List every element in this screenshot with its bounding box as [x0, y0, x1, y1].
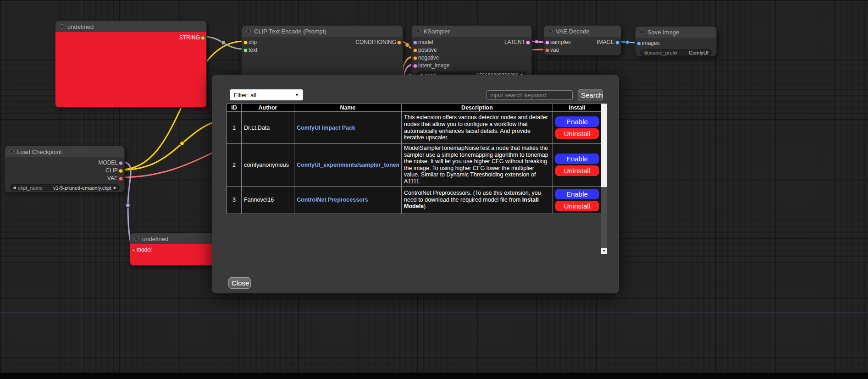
input-dot-images[interactable] [637, 41, 641, 45]
slot-row: VAE [5, 175, 124, 182]
slot-row: model LATENT [412, 38, 531, 46]
col-header-author: Author [242, 104, 294, 112]
missing-node-body: STRING [55, 32, 206, 107]
output-dot-image[interactable] [615, 40, 619, 44]
link-dot [180, 142, 184, 146]
widget-next-icon[interactable]: ▶ [114, 186, 116, 190]
search-button[interactable]: Search [578, 89, 603, 101]
chevron-down-icon: ▼ [295, 93, 299, 97]
uninstall-button[interactable]: Uninstall [555, 165, 599, 176]
col-header-install: Install [553, 104, 602, 112]
slot-row: MODEL [5, 159, 124, 167]
widget-prev-icon[interactable]: ◀ [13, 186, 16, 190]
link-dot [221, 41, 226, 45]
uninstall-button[interactable]: Uninstall [555, 201, 599, 211]
output-slot-string: STRING [55, 34, 206, 42]
extension-link[interactable]: ComfyUI_experiments/sampler_tonemap [297, 162, 399, 168]
link-dot [625, 40, 629, 44]
cell-description: ModelSamplerTonemapNoiseTest a node that… [404, 145, 550, 185]
table-row: 2 comfyanonymous ComfyUI_experiments/sam… [227, 144, 602, 187]
input-dot-model[interactable] [413, 40, 417, 44]
output-dot-latent[interactable] [526, 40, 530, 44]
extensions-table-container: ID Author Name Description Install 1 Dr.… [227, 104, 607, 254]
extensions-table: ID Author Name Description Install 1 Dr.… [227, 104, 602, 214]
node-load-checkpoint[interactable]: Load Checkpoint MODEL CLIP VAE ◀ ckpt_na… [5, 146, 125, 192]
close-button[interactable]: Close [228, 277, 251, 289]
slot-row: latent_image [412, 62, 531, 70]
input-dot-clip[interactable] [243, 40, 248, 44]
node-title: CLIP Text Encode (Prompt) [254, 28, 326, 35]
input-dot-negative[interactable] [413, 56, 417, 60]
table-scrollbar[interactable]: ▼ [601, 104, 607, 254]
node-vae-decode[interactable]: VAE Decode samples IMAGE vae [543, 25, 621, 55]
node-title: Load Checkpoint [17, 148, 62, 155]
slot-row: negative [412, 54, 531, 62]
node-title: VAE Decode [556, 28, 589, 35]
node-status-dot-icon [416, 29, 420, 33]
filter-dropdown-value: Filter: all [234, 92, 256, 99]
search-input[interactable] [487, 90, 573, 100]
cell-author: comfyanonymous [242, 144, 294, 187]
output-dot-conditioning[interactable] [397, 40, 401, 44]
node-status-dot-icon [9, 149, 14, 154]
node-status-dot-icon [640, 30, 644, 34]
table-row: 1 Dr.Lt.Data ComfyUI Impact Pack This ex… [227, 112, 602, 144]
input-dot-text[interactable] [243, 48, 248, 52]
node-status-dot-icon [548, 29, 553, 33]
slot-row: clip CONDITIONING [242, 38, 403, 46]
slot-row: vae [544, 46, 621, 54]
input-dot-positive[interactable] [413, 48, 417, 52]
cell-id: 2 [227, 144, 242, 187]
uninstall-button[interactable]: Uninstall [555, 128, 599, 139]
slot-row: text [242, 46, 403, 54]
filter-dropdown[interactable]: Filter: all ▼ [230, 89, 303, 100]
extension-link[interactable]: ControlNet Preprocessors [297, 197, 399, 203]
slot-row: positive [412, 46, 531, 54]
output-dot-string[interactable] [201, 36, 205, 40]
page-background [0, 373, 868, 379]
node-title: undefined [67, 23, 94, 30]
table-header-row: ID Author Name Description Install [227, 104, 602, 112]
input-dot-samples[interactable] [545, 40, 549, 44]
output-dot-model[interactable] [119, 161, 123, 165]
col-header-name: Name [294, 104, 402, 112]
slot-row: CLIP [5, 167, 124, 175]
cell-author: Dr.Lt.Data [242, 112, 294, 144]
slot-row: samples IMAGE [544, 38, 621, 46]
node-status-dot-icon [246, 29, 251, 33]
cell-description: This extension offers various detector n… [404, 114, 550, 141]
input-dot-model[interactable] [132, 248, 136, 252]
ckpt-name-widget[interactable]: ◀ ckpt_name v1-5-pruned-emaonly.ckpt ▶ [10, 184, 120, 191]
col-header-id: ID [227, 104, 242, 112]
output-dot-vae[interactable] [119, 176, 123, 181]
extension-link[interactable]: ComfyUI Impact Pack [297, 125, 399, 131]
node-undefined-top[interactable]: undefined STRING [55, 21, 207, 108]
node-title: Save Image [647, 29, 679, 36]
table-row: 3 Fannovel16 ControlNet Preprocessors Co… [227, 186, 602, 214]
link-dot [405, 43, 409, 47]
cell-author: Fannovel16 [242, 186, 294, 214]
link-dot [535, 40, 538, 44]
cell-description: ControlNet Preprocessors. (To use this e… [404, 190, 550, 210]
link-dot [126, 203, 130, 208]
col-header-description: Description [402, 104, 553, 112]
node-graph-canvas[interactable]: undefined STRING CLIP Text Encode (Promp… [0, 0, 868, 373]
node-save-image[interactable]: Save Image images filename_prefix ComfyU… [635, 26, 717, 56]
enable-button[interactable]: Enable [555, 154, 599, 164]
output-dot-clip[interactable] [119, 169, 123, 173]
custom-nodes-manager-dialog: Filter: all ▼ Search ID Author Name Desc… [212, 75, 619, 293]
input-dot-vae[interactable] [545, 48, 549, 52]
node-status-dot-icon [134, 236, 139, 241]
filename-prefix-widget[interactable]: filename_prefix ComfyUI [640, 49, 712, 56]
node-status-dot-icon [60, 24, 64, 29]
cell-id: 3 [227, 186, 242, 214]
node-title: KSampler [424, 28, 450, 35]
slot-row: images [636, 39, 716, 47]
enable-button[interactable]: Enable [555, 189, 599, 199]
scrollbar-thumb[interactable] [601, 104, 607, 187]
cell-id: 1 [227, 112, 242, 144]
input-dot-latent-image[interactable] [413, 64, 417, 68]
enable-button[interactable]: Enable [555, 116, 599, 127]
scrollbar-down-icon[interactable]: ▼ [601, 248, 607, 254]
node-title: undefined [142, 236, 168, 242]
